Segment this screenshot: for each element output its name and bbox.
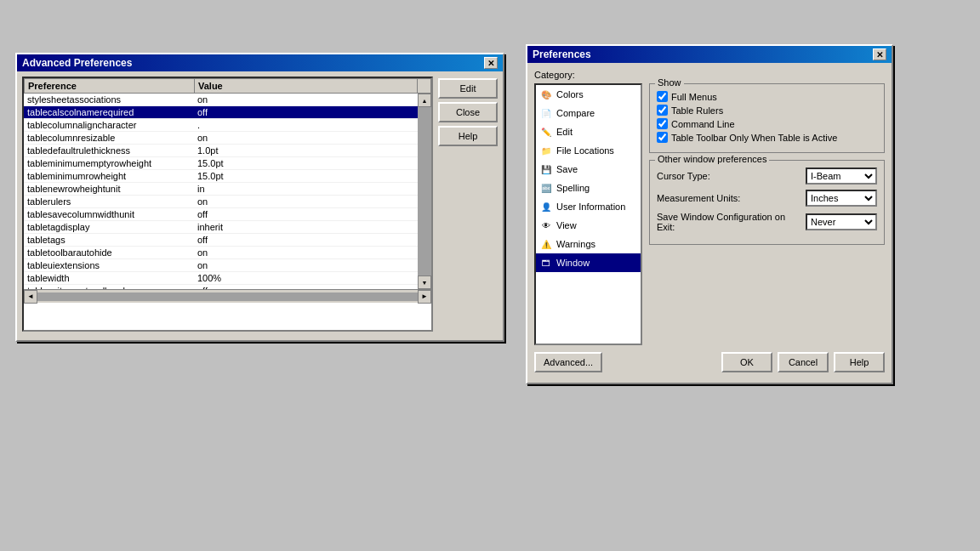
sidebar-item-user_info[interactable]: 👤User Information	[536, 197, 641, 216]
table-row[interactable]: tablewriteemptycellmarkupoff	[24, 285, 431, 290]
user_info-icon: 👤	[539, 200, 553, 213]
cat-label: Window	[556, 258, 590, 268]
show-group: Show Full MenusTable RulersCommand LineT…	[649, 83, 885, 153]
sidebar-item-edit[interactable]: ✏️Edit	[536, 122, 641, 141]
pref-value-cell: off	[194, 285, 431, 290]
table-row[interactable]: tablecalscolnamerequiredoff	[24, 106, 431, 119]
table-row[interactable]: tabletagsoff	[24, 234, 431, 247]
save-icon: 💾	[539, 162, 553, 176]
field-label: Save Window Configuration on Exit:	[657, 212, 806, 232]
table-row[interactable]: tableminimumrowheight15.0pt	[24, 170, 431, 183]
table-row[interactable]: tableuiextensionson	[24, 259, 431, 272]
col-value-header: Value	[195, 79, 418, 94]
cat-label: Warnings	[556, 239, 595, 249]
checkbox-input[interactable]	[657, 105, 668, 116]
adv-dialog-content: Preference Value stylesheetassociationso…	[17, 71, 503, 337]
pref-value-cell: on	[194, 247, 431, 259]
other-window-group: Other window preferences Cursor Type:I-B…	[649, 160, 885, 245]
table-row[interactable]: tabletagdisplayinherit	[24, 221, 431, 234]
checkbox-label: Command Line	[671, 119, 735, 129]
sidebar-item-warnings[interactable]: ⚠️Warnings	[536, 235, 641, 253]
pref-help-button[interactable]: Help	[834, 352, 885, 372]
pref-name-cell: tablecolumnresizable	[24, 132, 194, 145]
cat-label: Spelling	[556, 183, 590, 193]
pref-name-cell: tablecolumnaligncharacter	[24, 119, 194, 132]
pref-name-cell: tablerulers	[24, 196, 194, 208]
pref-close-button[interactable]: ✕	[873, 48, 886, 60]
field-select[interactable]: NeverAlwaysAsk	[806, 213, 877, 230]
table-row[interactable]: tabletoolbarautohideon	[24, 247, 431, 259]
scroll-up-button[interactable]: ▲	[418, 94, 431, 107]
close-button[interactable]: Close	[438, 102, 498, 122]
table-row[interactable]: stylesheetassociationson	[24, 94, 431, 106]
pref-value-cell: 15.0pt	[194, 157, 431, 170]
preferences-dialog: Preferences ✕ Category: 🎨Colors📄Compare✏…	[526, 44, 893, 384]
field-select[interactable]: InchesCentimetersPointsPicas	[806, 190, 877, 207]
pref-dialog-titlebar: Preferences ✕	[527, 46, 892, 63]
spelling-icon: 🔤	[539, 181, 553, 195]
sidebar-item-view[interactable]: 👁View	[536, 216, 641, 235]
field-select[interactable]: I-BeamArrowCross	[806, 168, 877, 185]
pref-name-cell: tablesavecolumnwidthunit	[24, 208, 194, 221]
checkbox-input[interactable]	[657, 132, 668, 143]
pref-name-cell: tableminimumrowheight	[24, 170, 194, 183]
checkbox-row: Command Line	[657, 118, 877, 129]
field-label: Measurement Units:	[657, 193, 806, 203]
sidebar-item-spelling[interactable]: 🔤Spelling	[536, 179, 641, 197]
hscroll-track[interactable]	[37, 293, 418, 301]
help-button[interactable]: Help	[438, 126, 498, 146]
hscroll-right-button[interactable]: ►	[418, 290, 431, 304]
adv-vertical-scrollbar[interactable]: ▲ ▼	[418, 94, 431, 289]
checkbox-label: Full Menus	[671, 92, 717, 102]
pref-value-cell: off	[194, 106, 431, 119]
edit-icon: ✏️	[539, 125, 553, 139]
checkbox-row: Table Toolbar Only When Table is Active	[657, 132, 877, 143]
cat-label: Save	[556, 164, 578, 174]
table-row[interactable]: tablecolumnaligncharacter.	[24, 119, 431, 132]
pref-dialog-title: Preferences	[533, 48, 591, 60]
preferences-table: Preference Value	[24, 78, 431, 94]
table-row[interactable]: tablecolumnresizableon	[24, 132, 431, 145]
table-row[interactable]: tabledefaultrulethickness1.0pt	[24, 145, 431, 157]
pref-name-cell: tablewidth	[24, 272, 194, 285]
sidebar-item-compare[interactable]: 📄Compare	[536, 104, 641, 122]
sidebar-item-file_locations[interactable]: 📁File Locations	[536, 141, 641, 160]
cancel-button[interactable]: Cancel	[778, 352, 829, 372]
ok-button[interactable]: OK	[721, 352, 772, 372]
pref-value-cell: off	[194, 234, 431, 247]
advanced-button[interactable]: Advanced...	[534, 352, 602, 372]
table-row[interactable]: tablerulerson	[24, 196, 431, 208]
edit-button[interactable]: Edit	[438, 78, 498, 99]
adv-horizontal-scrollbar[interactable]: ◄ ►	[24, 289, 431, 303]
checkbox-row: Table Rulers	[657, 105, 877, 116]
field-label: Cursor Type:	[657, 171, 806, 181]
adv-table-container: Preference Value stylesheetassociationso…	[22, 77, 433, 332]
table-row[interactable]: tablesavecolumnwidthunitoff	[24, 208, 431, 221]
sidebar-item-window[interactable]: 🗔Window	[536, 253, 641, 272]
table-row[interactable]: tablewidth100%	[24, 272, 431, 285]
hscroll-left-button[interactable]: ◄	[24, 290, 37, 304]
cat-label: File Locations	[556, 145, 614, 156]
adv-table-scroll[interactable]: stylesheetassociationsontablecalscolname…	[24, 94, 431, 289]
adv-close-button[interactable]: ✕	[484, 57, 498, 69]
adv-preferences-data-table: stylesheetassociationsontablecalscolname…	[24, 94, 431, 289]
adv-dialog-title: Advanced Preferences	[22, 57, 132, 69]
pref-value-cell: on	[194, 132, 431, 145]
file_locations-icon: 📁	[539, 144, 553, 157]
sidebar-item-save[interactable]: 💾Save	[536, 160, 641, 179]
pref-name-cell: tabledefaultrulethickness	[24, 145, 194, 157]
table-row[interactable]: tableminimumemptyrowheight15.0pt	[24, 157, 431, 170]
table-row[interactable]: tablenewrowheightunitin	[24, 183, 431, 196]
checkbox-input[interactable]	[657, 91, 668, 102]
pref-value-cell: off	[194, 208, 431, 221]
scroll-track[interactable]	[418, 107, 431, 276]
pref-value-cell: 1.0pt	[194, 145, 431, 157]
warnings-icon: ⚠️	[539, 237, 553, 251]
sidebar-item-colors[interactable]: 🎨Colors	[536, 85, 641, 104]
scroll-down-button[interactable]: ▼	[418, 276, 431, 289]
checkbox-input[interactable]	[657, 118, 668, 129]
view-icon: 👁	[539, 219, 553, 232]
category-list[interactable]: 🎨Colors📄Compare✏️Edit📁File Locations💾Sav…	[534, 83, 642, 345]
adv-table-area: Preference Value stylesheetassociationso…	[22, 77, 433, 332]
pref-value-cell: on	[194, 196, 431, 208]
